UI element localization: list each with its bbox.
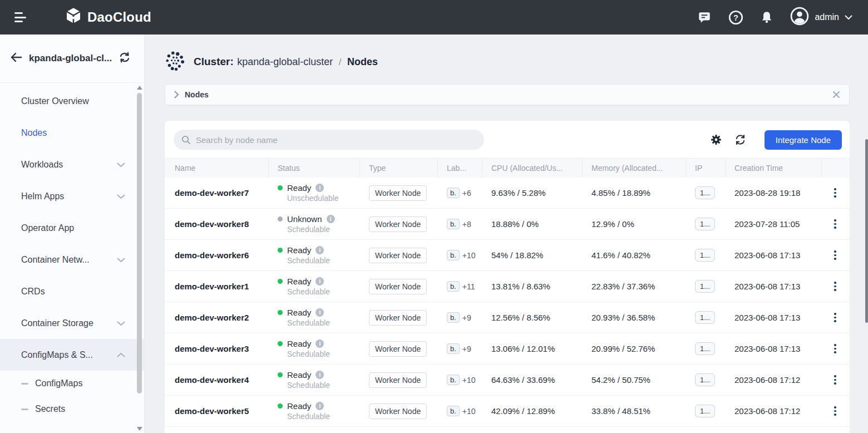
memory-usage: 4.85% / 18.89% <box>583 178 686 208</box>
labels-more-count: +10 <box>462 407 476 416</box>
label-chip[interactable]: b. <box>447 312 460 323</box>
scrollbar-down-arrow[interactable] <box>137 427 142 431</box>
row-actions-kebab[interactable] <box>831 248 840 262</box>
schedulable-text: Schedulable <box>287 287 330 296</box>
ip-chip[interactable]: 1... <box>695 280 715 293</box>
info-icon[interactable] <box>315 277 324 286</box>
sidebar-item[interactable]: ConfigMaps <box>0 371 144 396</box>
info-icon[interactable] <box>315 339 324 348</box>
row-actions-kebab[interactable] <box>831 404 840 418</box>
label-chip[interactable]: b. <box>447 343 460 354</box>
sidebar-item[interactable]: Helm Apps <box>0 180 144 212</box>
creation-time: 2023-07-28 11:05 <box>726 209 822 239</box>
table-row: demo-dev-worker3 Ready Schedulable Worke… <box>165 333 850 365</box>
status-dot <box>278 341 283 346</box>
table-row: demo-dev-worker1 Ready Schedulable Worke… <box>165 271 850 302</box>
ip-cell: 1... <box>686 209 726 239</box>
chat-icon[interactable] <box>697 9 712 25</box>
ip-cell: 1... <box>686 240 726 270</box>
label-chip[interactable]: b. <box>447 219 460 229</box>
ip-chip[interactable]: 1... <box>695 342 715 355</box>
user-menu[interactable]: admin <box>790 7 852 28</box>
breadcrumb-cluster-name[interactable]: kpanda-global-cluster <box>237 56 333 67</box>
breadcrumb-page: Nodes <box>347 56 378 67</box>
row-actions-kebab[interactable] <box>831 279 840 293</box>
ip-chip[interactable]: 1... <box>695 218 715 230</box>
ip-cell: 1... <box>686 365 726 395</box>
page-scrollbar-thumb[interactable] <box>865 139 868 323</box>
sidebar-item[interactable]: Nodes <box>0 117 144 149</box>
creation-time: 2023-06-08 17:13 <box>726 333 822 364</box>
scrollbar-thumb[interactable] <box>137 93 142 393</box>
ip-chip[interactable]: 1... <box>695 373 715 386</box>
info-icon[interactable] <box>315 308 324 317</box>
row-actions-kebab[interactable] <box>831 342 840 356</box>
cluster-switch-icon[interactable] <box>119 52 131 65</box>
row-actions-kebab[interactable] <box>831 217 840 231</box>
status-text: Ready <box>287 245 311 255</box>
actions-cell <box>822 271 850 302</box>
status-text: Ready <box>287 339 311 348</box>
sidebar-cluster-name: kpanda-global-cl... <box>29 53 112 64</box>
integrate-node-button[interactable]: Integrate Node <box>765 130 842 150</box>
status-text: Ready <box>287 401 311 411</box>
hamburger-menu-icon[interactable] <box>14 12 28 22</box>
node-type-cell: Worker Node <box>360 396 438 426</box>
sidebar-item[interactable]: CRDs <box>0 275 144 307</box>
node-name: demo-dev-worker6 <box>165 240 269 270</box>
status-dot <box>278 279 283 284</box>
settings-gear-icon[interactable] <box>710 134 722 146</box>
type-badge: Worker Node <box>369 404 427 419</box>
node-status-cell: Ready Unschedulable <box>269 178 360 208</box>
info-icon[interactable] <box>315 371 324 379</box>
ip-chip[interactable]: 1... <box>695 311 715 324</box>
ip-chip[interactable]: 1... <box>695 186 715 199</box>
status-text: Ready <box>287 370 311 380</box>
ip-chip[interactable]: 1... <box>695 405 715 417</box>
help-icon[interactable]: ? <box>728 9 743 25</box>
creation-time <box>726 427 822 433</box>
actions-cell <box>822 427 850 433</box>
sidebar-item[interactable]: Secrets <box>0 396 144 422</box>
label-chip[interactable]: b. <box>447 406 460 416</box>
label-chip[interactable]: b. <box>447 281 460 292</box>
sidebar-item[interactable]: Container Storage <box>0 307 144 339</box>
type-badge: Worker Node <box>369 216 427 232</box>
sidebar-item[interactable]: Cluster Overview <box>0 85 144 117</box>
sidebar-item[interactable]: Workloads <box>0 149 144 180</box>
info-icon[interactable] <box>315 402 324 410</box>
label-chip[interactable]: b. <box>447 375 460 385</box>
node-status-cell: Ready <box>269 427 360 433</box>
column-header: Name <box>165 159 269 178</box>
sidebar-item[interactable]: Operator App <box>0 212 144 244</box>
cluster-label: Cluster: <box>194 56 234 67</box>
ip-chip[interactable]: 1... <box>695 249 715 262</box>
label-chip[interactable]: b. <box>447 188 460 198</box>
schedulable-text: Unschedulable <box>287 194 339 203</box>
close-icon[interactable] <box>832 91 840 99</box>
back-arrow-icon[interactable] <box>10 52 22 65</box>
type-badge: Worker Node <box>369 341 427 357</box>
row-actions-kebab[interactable] <box>831 311 840 324</box>
sidebar-item[interactable]: Container Netw... <box>0 244 144 275</box>
row-actions-kebab[interactable] <box>831 373 840 387</box>
info-icon[interactable] <box>327 215 335 223</box>
label-chip[interactable]: b. <box>447 250 460 260</box>
labels-cell: b. +11 <box>438 271 482 302</box>
search-input[interactable] <box>196 135 476 145</box>
expand-chevron-icon[interactable] <box>174 91 179 99</box>
bell-icon[interactable] <box>759 9 775 25</box>
labels-more-count: +10 <box>462 376 476 385</box>
scrollbar-up-arrow[interactable] <box>137 86 142 90</box>
node-type-cell: Worker Node <box>360 271 438 302</box>
row-actions-kebab[interactable] <box>831 186 840 200</box>
daocloud-logo-icon <box>65 7 82 27</box>
info-icon[interactable] <box>315 184 324 192</box>
sidebar-item[interactable]: ConfigMaps & S... <box>0 339 144 371</box>
schedulable-text: Schedulable <box>287 350 330 358</box>
refresh-icon[interactable] <box>734 134 747 146</box>
dash-icon <box>21 409 28 410</box>
info-icon[interactable] <box>315 246 324 254</box>
column-header: Type <box>360 159 438 178</box>
memory-usage: 20.93% / 36.58% <box>583 302 686 333</box>
